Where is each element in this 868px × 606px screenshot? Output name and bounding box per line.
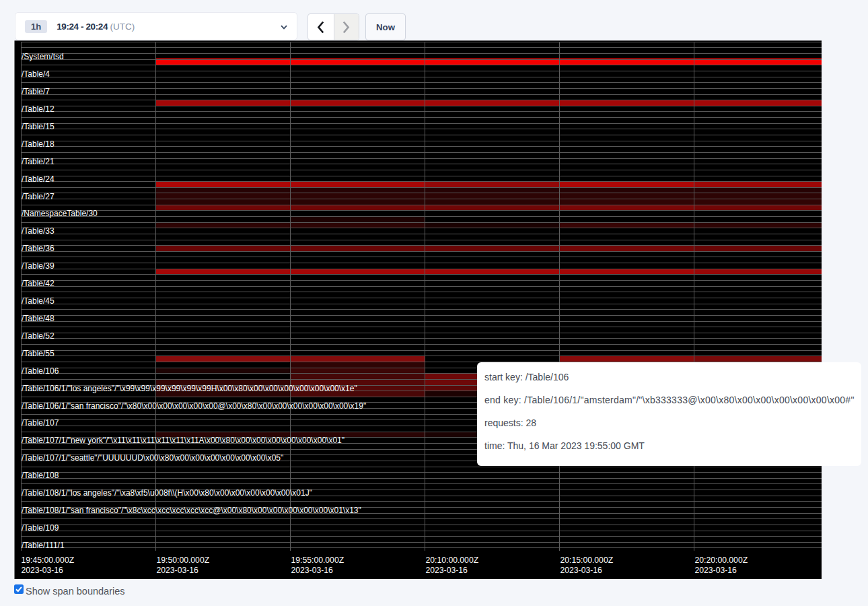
svg-text:/Table/55: /Table/55 [22,349,55,358]
svg-text:/Table/108/1/"los angeles"/"\x: /Table/108/1/"los angeles"/"\xa8\xf5\u00… [22,488,312,498]
svg-text:/Table/33: /Table/33 [22,226,55,236]
svg-text:19:55:00.000Z: 19:55:00.000Z [291,556,345,565]
svg-text:/Table/107/1/"seattle"/"UUUUUU: /Table/107/1/"seattle"/"UUUUUUD\x00\x80\… [22,453,283,463]
svg-text:20:10:00.000Z: 20:10:00.000Z [426,556,479,565]
svg-text:2023-03-16: 2023-03-16 [560,566,603,575]
svg-text:/Table/52: /Table/52 [22,331,55,341]
svg-text:2023-03-16: 2023-03-16 [291,566,334,575]
svg-text:20:20:00.000Z: 20:20:00.000Z [695,556,748,565]
svg-text:/Table/39: /Table/39 [22,261,55,271]
svg-text:2023-03-16: 2023-03-16 [426,566,468,575]
svg-text:/Table/111/1: /Table/111/1 [22,541,65,550]
svg-text:/Table/12: /Table/12 [22,104,55,114]
svg-text:/Table/36: /Table/36 [22,244,55,253]
svg-text:2023-03-16: 2023-03-16 [22,566,64,575]
svg-text:/Table/48: /Table/48 [22,314,55,323]
svg-text:/Table/108/1/"san francisco"/": /Table/108/1/"san francisco"/"\x8c\xcc\x… [22,506,361,515]
svg-text:20:15:00.000Z: 20:15:00.000Z [560,556,614,565]
svg-text:/Table/45: /Table/45 [22,296,55,306]
svg-text:19:50:00.000Z: 19:50:00.000Z [157,556,210,565]
svg-text:/Table/106/1/"san francisco"/": /Table/106/1/"san francisco"/"\x80\x00\x… [22,401,366,411]
svg-text:/System/tsd: /System/tsd [22,52,64,61]
svg-text:requests: 28: requests: 28 [484,417,536,428]
svg-text:/Table/106/1/"los angeles"/"\x: /Table/106/1/"los angeles"/"\x99\x99\x99… [22,384,357,393]
svg-text:19:45:00.000Z: 19:45:00.000Z [22,556,75,565]
svg-text:/Table/42: /Table/42 [22,279,55,288]
svg-text:2023-03-16: 2023-03-16 [695,566,737,575]
svg-text:start key: /Table/106: start key: /Table/106 [484,372,569,382]
svg-text:2023-03-16: 2023-03-16 [157,566,199,575]
svg-text:/Table/7: /Table/7 [22,87,50,96]
svg-text:/Table/109: /Table/109 [22,523,59,533]
svg-text:/Table/4: /Table/4 [22,69,50,79]
svg-text:/Table/15: /Table/15 [22,122,55,131]
svg-text:/Table/21: /Table/21 [22,157,55,166]
svg-text:time: Thu, 16 Mar 2023 19:55:0: time: Thu, 16 Mar 2023 19:55:00 GMT [484,440,645,451]
svg-text:/Table/18: /Table/18 [22,139,55,149]
svg-text:/Table/108: /Table/108 [22,471,59,480]
svg-text:/Table/106: /Table/106 [22,366,59,376]
svg-text:/Table/27: /Table/27 [22,192,55,201]
svg-text:/Table/107: /Table/107 [22,418,59,428]
svg-text:/Table/24: /Table/24 [22,174,55,184]
svg-text:/Table/107/1/"new york"/"\x11\: /Table/107/1/"new york"/"\x11\x11\x11\x1… [22,436,345,445]
svg-text:/NamespaceTable/30: /NamespaceTable/30 [22,209,98,218]
svg-text:end key: /Table/106/1/"amsterd: end key: /Table/106/1/"amsterdam"/"\xb33… [484,395,855,405]
